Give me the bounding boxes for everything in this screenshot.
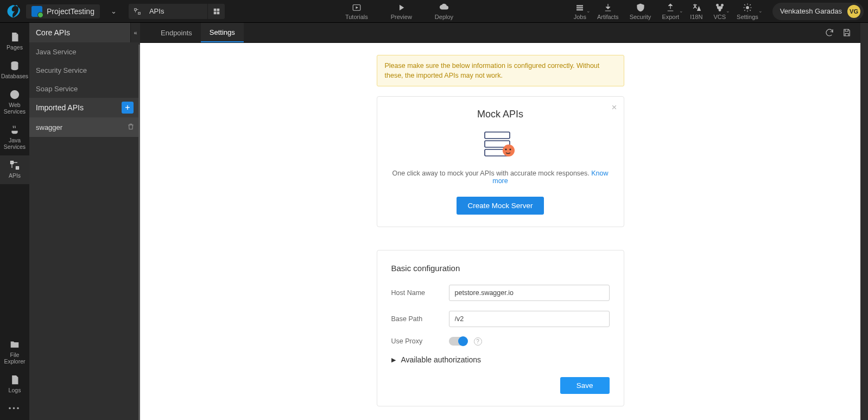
tutorials-button[interactable]: Tutorials (345, 3, 368, 20)
rail-pages[interactable]: Pages (0, 27, 29, 56)
vcs-button[interactable]: VCS (713, 3, 726, 20)
i18n-button[interactable]: I18N (690, 3, 702, 20)
svg-rect-8 (576, 7, 583, 8)
delete-imported-api-icon[interactable] (127, 123, 135, 132)
rail-more[interactable]: ••• (0, 399, 29, 420)
chevron-right-icon: ▶ (391, 356, 396, 363)
core-api-item-label: Security Service (36, 66, 87, 74)
core-api-item-label: Java Service (36, 48, 76, 56)
base-path-row: Base Path (391, 311, 610, 327)
project-selector[interactable]: ProjectTesting (26, 4, 100, 18)
core-api-java-service[interactable]: Java Service (29, 42, 140, 61)
core-api-security-service[interactable]: Security Service (29, 61, 140, 79)
svg-rect-5 (217, 11, 219, 14)
rail-databases[interactable]: Databases (0, 56, 29, 85)
rail-logs-label: Logs (9, 387, 21, 393)
context-label: APIs (146, 7, 207, 15)
rail-apis-label: APIs (9, 172, 21, 179)
artifacts-button[interactable]: Artifacts (597, 3, 619, 20)
project-icon (31, 6, 42, 17)
i18n-label: I18N (690, 14, 702, 20)
core-api-soap-service[interactable]: Soap Service (29, 79, 140, 98)
rail-web-services[interactable]: Web Services (0, 85, 29, 120)
use-proxy-help-icon[interactable]: ? (474, 337, 482, 346)
rail-file-explorer[interactable]: File Explorer (0, 335, 29, 370)
config-warning-alert: Please make sure the below information i… (377, 55, 624, 86)
use-proxy-toggle[interactable] (449, 337, 467, 346)
rail-apis[interactable]: APIs (0, 155, 29, 184)
save-button[interactable]: Save (560, 377, 610, 394)
preview-label: Preview (391, 14, 412, 20)
host-name-input[interactable] (449, 285, 610, 301)
settings-button[interactable]: Settings (737, 3, 758, 20)
export-button[interactable]: Export (662, 3, 679, 20)
imported-apis-header-label: Imported APIs (36, 103, 84, 112)
artifacts-label: Artifacts (597, 14, 619, 20)
app-logo[interactable] (4, 3, 22, 20)
top-right-actions: Jobs Artifacts Security Export I18N VCS … (574, 3, 864, 20)
content-area: Please make sure the below information i… (140, 43, 860, 420)
context-pill: APIs (129, 4, 225, 19)
preview-button[interactable]: Preview (391, 3, 412, 20)
grid-view-icon[interactable] (207, 4, 225, 19)
rail-pages-label: Pages (7, 44, 23, 51)
project-chevron-down-icon[interactable]: ⌄ (111, 7, 117, 15)
create-mock-server-button[interactable]: Create Mock Server (457, 197, 543, 215)
svg-rect-16 (11, 161, 14, 164)
svg-rect-2 (214, 8, 217, 11)
available-authorizations-label: Available authorizations (401, 355, 481, 364)
jobs-label: Jobs (574, 14, 586, 20)
tab-settings[interactable]: Settings (201, 23, 244, 42)
deploy-button[interactable]: Deploy (435, 3, 453, 20)
close-panel-icon[interactable]: × (612, 102, 617, 113)
user-menu[interactable]: Venkatesh Garadas VG (772, 3, 864, 20)
host-name-row: Host Name (391, 285, 610, 301)
rail-java-services[interactable]: Java Services (0, 120, 29, 155)
add-imported-api-button[interactable]: + (122, 102, 134, 114)
core-apis-header: Core APIs « (29, 23, 140, 42)
svg-rect-17 (16, 167, 19, 170)
imported-apis-header: Imported APIs + (29, 98, 140, 117)
svg-rect-1 (138, 12, 141, 14)
workarea: Pages Databases Web Services Java Servic… (0, 23, 868, 420)
host-name-label: Host Name (391, 289, 449, 297)
mock-apis-title: Mock APIs (389, 109, 612, 120)
rail-java-services-label: Java Services (0, 137, 29, 150)
rail-web-services-label: Web Services (0, 102, 29, 115)
jobs-button[interactable]: Jobs (574, 3, 586, 20)
use-proxy-row: Use Proxy ? (391, 337, 610, 346)
security-label: Security (630, 14, 651, 20)
svg-point-13 (746, 6, 749, 9)
core-apis-header-label: Core APIs (36, 28, 70, 37)
refresh-icon[interactable] (825, 28, 834, 37)
context-icon (129, 8, 146, 15)
svg-point-10 (716, 4, 718, 6)
tab-bar: Endpoints Settings (140, 23, 860, 43)
side-panel-resize-handle[interactable] (138, 45, 140, 420)
available-authorizations-toggle[interactable]: ▶ Available authorizations (391, 355, 610, 364)
top-bar: ProjectTesting ⌄ APIs Tutorials Preview … (0, 0, 868, 23)
imported-api-swagger[interactable]: swagger (29, 117, 140, 137)
collapse-sidepanel-icon[interactable]: « (130, 23, 140, 42)
svg-rect-9 (576, 9, 583, 10)
base-path-input[interactable] (449, 311, 610, 327)
tab-endpoints[interactable]: Endpoints (152, 23, 201, 42)
vcs-label: VCS (713, 14, 726, 20)
alert-text: Please make sure the below information i… (385, 62, 600, 79)
use-proxy-label: Use Proxy (391, 337, 449, 345)
mock-apis-panel: × Mock APIs One click away to mock your … (377, 96, 624, 227)
settings-label: Settings (737, 14, 758, 20)
rail-logs[interactable]: Logs (0, 370, 29, 399)
svg-rect-7 (576, 5, 583, 6)
mock-illustration (389, 130, 612, 160)
top-center-actions: Tutorials Preview Deploy (225, 3, 573, 20)
security-button[interactable]: Security (630, 3, 651, 20)
tutorials-label: Tutorials (345, 14, 368, 20)
left-rail: Pages Databases Web Services Java Servic… (0, 23, 29, 420)
save-icon[interactable] (842, 28, 852, 37)
rail-databases-label: Databases (1, 73, 28, 79)
svg-rect-0 (135, 8, 137, 10)
right-gutter (860, 23, 868, 420)
user-name: Venkatesh Garadas (780, 7, 842, 15)
rail-file-explorer-label: File Explorer (0, 352, 29, 365)
